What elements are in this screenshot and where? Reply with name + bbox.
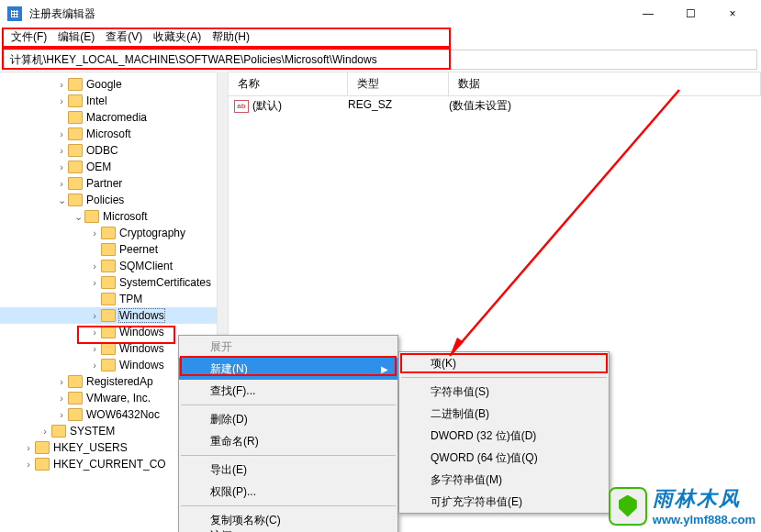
tree-node[interactable]: ›SystemCertificates: [0, 274, 228, 291]
tree-label: SYSTEM: [70, 425, 115, 438]
menu-item[interactable]: 重命名(R): [179, 430, 397, 452]
expand-icon[interactable]: ›: [55, 409, 68, 420]
minimize-button[interactable]: —: [627, 0, 669, 28]
expand-icon[interactable]: ›: [55, 95, 68, 106]
tree-label: OEM: [86, 161, 111, 173]
tree-node[interactable]: ⌄Microsoft: [0, 208, 228, 225]
folder-icon: [68, 127, 83, 140]
menu-separator: [181, 505, 396, 506]
tree-node[interactable]: ›Google: [0, 76, 228, 93]
menu-item[interactable]: 新建(N)▶: [179, 358, 397, 380]
tree-label: ODBC: [86, 144, 118, 157]
expand-icon[interactable]: ›: [55, 393, 68, 404]
expand-icon[interactable]: ›: [55, 376, 68, 387]
menu-favorites[interactable]: 收藏夹(A): [148, 28, 207, 47]
menu-item[interactable]: 删除(D): [179, 408, 397, 430]
list-row[interactable]: ab(默认) REG_SZ (数值未设置): [229, 96, 761, 116]
folder-icon: [101, 293, 116, 305]
expand-icon[interactable]: ›: [88, 343, 101, 354]
menu-edit[interactable]: 编辑(E): [52, 28, 100, 47]
tree-label: Macromedia: [86, 111, 147, 124]
col-data[interactable]: 数据: [449, 72, 761, 95]
expand-icon[interactable]: ›: [88, 360, 101, 371]
tree-label: Google: [86, 78, 122, 91]
col-name[interactable]: 名称: [229, 72, 348, 95]
expand-icon[interactable]: ›: [22, 442, 35, 453]
menu-item[interactable]: 导出(E): [179, 459, 397, 481]
value-type: REG_SZ: [348, 98, 449, 114]
tree-label: Windows: [119, 342, 164, 355]
folder-icon: [68, 161, 83, 173]
menu-item[interactable]: 查找(F)...: [179, 380, 397, 402]
context-menu[interactable]: 展开新建(N)▶查找(F)...删除(D)重命名(R)导出(E)权限(P)...…: [178, 335, 398, 532]
menu-file[interactable]: 文件(F): [6, 28, 52, 47]
tree-label: TPM: [119, 293, 142, 305]
tree-node[interactable]: ›Windows: [0, 307, 228, 324]
tree-node[interactable]: ⌄Policies: [0, 192, 228, 208]
tree-label: Intel: [86, 94, 107, 107]
col-type[interactable]: 类型: [348, 72, 449, 95]
expand-icon[interactable]: ›: [88, 327, 101, 338]
folder-icon: [68, 78, 83, 91]
menu-item[interactable]: QWORD (64 位)值(Q): [399, 447, 609, 469]
tree-node[interactable]: ›Intel: [0, 93, 228, 109]
tree-node[interactable]: ›ODBC: [0, 142, 228, 159]
menu-item[interactable]: 项(K): [399, 352, 609, 374]
submenu-arrow-icon: ▶: [381, 364, 388, 374]
watermark-url: www.ylmf888.com: [653, 513, 755, 526]
tree-node[interactable]: Peernet: [0, 241, 228, 258]
tree-node[interactable]: TPM: [0, 291, 228, 307]
address-bar[interactable]: 计算机\HKEY_LOCAL_MACHINE\SOFTWARE\Policies…: [4, 50, 757, 70]
folder-icon: [68, 177, 83, 190]
expand-icon[interactable]: ›: [55, 145, 68, 156]
expand-icon[interactable]: ›: [55, 161, 68, 172]
menu-item[interactable]: 字符串值(S): [399, 381, 609, 403]
folder-icon: [101, 276, 116, 289]
expand-icon[interactable]: ›: [55, 79, 68, 90]
expand-icon[interactable]: ⌄: [55, 194, 68, 206]
folder-icon: [68, 408, 83, 421]
tree-node[interactable]: ›Microsoft: [0, 126, 228, 142]
tree-label: Windows: [119, 326, 164, 338]
folder-icon: [101, 359, 116, 371]
expand-icon[interactable]: ›: [88, 227, 101, 238]
tree-node[interactable]: ›SQMClient: [0, 258, 228, 274]
tree-node[interactable]: ›OEM: [0, 159, 228, 175]
expand-icon[interactable]: ›: [88, 260, 101, 272]
expand-icon[interactable]: ›: [39, 426, 51, 437]
tree-node[interactable]: ›Partner: [0, 175, 228, 192]
tree-node[interactable]: ›Cryptography: [0, 225, 228, 241]
window-title: 注册表编辑器: [29, 6, 627, 22]
menu-view[interactable]: 查看(V): [100, 28, 148, 47]
folder-icon: [35, 458, 50, 471]
folder-icon: [68, 111, 83, 124]
tree-label: Peernet: [119, 243, 158, 256]
folder-icon: [68, 144, 83, 157]
folder-icon: [68, 194, 83, 206]
menu-item[interactable]: 多字符串值(M): [399, 469, 609, 491]
submenu-new[interactable]: 项(K)字符串值(S)二进制值(B)DWORD (32 位)值(D)QWORD …: [398, 351, 610, 514]
expand-icon[interactable]: ›: [88, 277, 101, 288]
tree-label: HKEY_USERS: [53, 441, 128, 454]
menu-separator: [181, 405, 396, 405]
menu-help[interactable]: 帮助(H): [207, 28, 255, 47]
title-bar: 注册表编辑器 — ☐ ×: [0, 0, 761, 28]
tree-label: VMware, Inc.: [86, 392, 151, 405]
expand-icon[interactable]: ⌄: [72, 211, 84, 223]
menu-item[interactable]: DWORD (32 位)值(D): [399, 425, 609, 447]
folder-icon: [101, 227, 116, 239]
expand-icon[interactable]: ›: [22, 459, 35, 470]
tree-node[interactable]: Macromedia: [0, 109, 228, 126]
maximize-button[interactable]: ☐: [669, 0, 711, 28]
menu-item: 展开: [179, 336, 397, 358]
menu-item[interactable]: 二进制值(B): [399, 403, 609, 425]
folder-icon: [101, 326, 116, 338]
folder-icon: [68, 94, 83, 107]
expand-icon[interactable]: ›: [55, 128, 68, 139]
tree-label: SystemCertificates: [119, 276, 211, 289]
menu-item[interactable]: 权限(P)...: [179, 481, 397, 503]
expand-icon[interactable]: ›: [55, 178, 68, 189]
expand-icon[interactable]: ›: [88, 310, 101, 321]
close-button[interactable]: ×: [711, 0, 754, 28]
menu-item[interactable]: 可扩充字符串值(E): [399, 491, 609, 513]
